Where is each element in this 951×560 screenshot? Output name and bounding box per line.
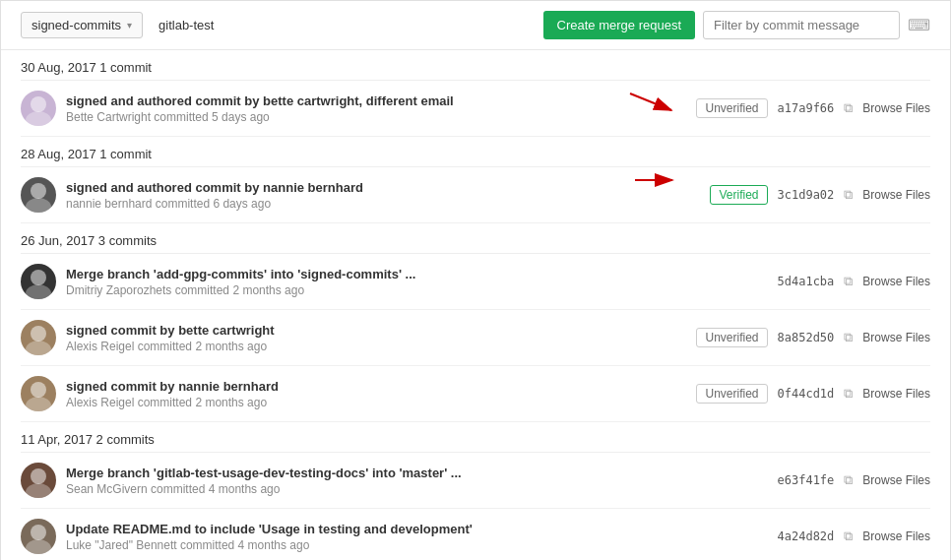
copy-hash-icon[interactable]: ⧉	[844, 386, 853, 402]
chevron-down-icon: ▾	[127, 20, 132, 31]
commit-actions: Verified3c1d9a02⧉Browse Files	[710, 185, 930, 205]
filter-input[interactable]	[703, 11, 900, 39]
commit-row: signed commit by nannie bernhardAlexis R…	[21, 366, 930, 422]
commit-hash: 0f44cd1d	[778, 387, 835, 401]
browse-files-link[interactable]: Browse Files	[862, 387, 930, 401]
avatar	[21, 264, 56, 299]
commit-info: Merge branch 'gitlab-test-usage-dev-test…	[66, 466, 768, 496]
commit-subtitle: nannie bernhard committed 6 days ago	[66, 197, 700, 211]
copy-hash-icon[interactable]: ⧉	[844, 472, 853, 488]
commit-info: signed commit by bette cartwrightAlexis …	[66, 323, 686, 353]
svg-point-8	[31, 382, 46, 398]
commit-info: Merge branch 'add-gpg-commits' into 'sig…	[66, 267, 768, 297]
commit-subtitle: Sean McGivern committed 4 months ago	[66, 482, 768, 496]
commit-title[interactable]: Update README.md to include 'Usage in te…	[66, 522, 768, 536]
avatar	[21, 463, 56, 498]
copy-hash-icon[interactable]: ⧉	[844, 330, 853, 345]
svg-point-6	[31, 326, 46, 342]
copy-hash-icon[interactable]: ⧉	[844, 274, 853, 289]
unverified-badge[interactable]: Unverified	[696, 328, 767, 347]
copy-hash-icon[interactable]: ⧉	[844, 187, 853, 203]
svg-point-7	[26, 341, 51, 355]
avatar	[21, 91, 56, 126]
browse-files-link[interactable]: Browse Files	[862, 275, 930, 288]
date-group-header: 28 Aug, 2017 1 commit	[21, 137, 930, 167]
svg-point-13	[26, 539, 51, 554]
browse-files-link[interactable]: Browse Files	[862, 529, 930, 543]
svg-point-9	[26, 397, 51, 411]
commit-hash: 5d4a1cba	[778, 275, 835, 288]
commit-subtitle: Bette Cartwright committed 5 days ago	[66, 110, 686, 124]
commit-actions: Unverified0f44cd1d⧉Browse Files	[696, 384, 930, 404]
commit-hash: 4a24d82d	[778, 529, 835, 543]
unverified-badge[interactable]: Unverified	[696, 98, 767, 118]
svg-point-12	[31, 525, 46, 540]
commit-actions: 4a24d82d⧉Browse Files	[778, 529, 930, 544]
avatar	[21, 177, 56, 213]
svg-point-2	[31, 183, 46, 199]
commit-info: Update README.md to include 'Usage in te…	[66, 522, 768, 552]
main-content: 30 Aug, 2017 1 commitsigned and authored…	[1, 50, 950, 560]
browse-files-link[interactable]: Browse Files	[862, 101, 930, 115]
commit-row: signed commit by bette cartwrightAlexis …	[21, 310, 930, 366]
toolbar: signed-commits ▾ gitlab-test Create merg…	[1, 1, 950, 50]
commit-subtitle: Dmitriy Zaporozhets committed 2 months a…	[66, 283, 768, 297]
branch-selector[interactable]: signed-commits ▾	[21, 12, 143, 38]
commit-actions: Unverifieda17a9f66⧉Browse Files	[696, 98, 930, 118]
commit-info: signed and authored commit by nannie ber…	[66, 180, 700, 211]
commit-actions: 5d4a1cba⧉Browse Files	[778, 274, 930, 289]
svg-point-1	[26, 111, 51, 126]
svg-point-4	[31, 270, 46, 285]
rss-icon[interactable]: ⌨	[908, 16, 930, 34]
commit-row: Merge branch 'add-gpg-commits' into 'sig…	[21, 254, 930, 310]
repo-name: gitlab-test	[151, 13, 222, 37]
commit-subtitle: Luke "Jared" Bennett committed 4 months …	[66, 538, 768, 552]
commit-hash: 8a852d50	[778, 331, 835, 344]
commit-info: signed commit by nannie bernhardAlexis R…	[66, 379, 686, 409]
unverified-badge[interactable]: Unverified	[696, 384, 767, 404]
date-group-header: 26 Jun, 2017 3 commits	[21, 223, 930, 254]
svg-point-10	[31, 468, 46, 484]
commit-actions: e63f41fe⧉Browse Files	[778, 472, 930, 488]
commit-subtitle: Alexis Reigel committed 2 months ago	[66, 340, 686, 353]
avatar	[21, 320, 56, 355]
browse-files-link[interactable]: Browse Files	[862, 473, 930, 487]
browse-files-link[interactable]: Browse Files	[862, 331, 930, 344]
commit-subtitle: Alexis Reigel committed 2 months ago	[66, 396, 686, 409]
commit-groups: 30 Aug, 2017 1 commitsigned and authored…	[21, 50, 930, 560]
browse-files-link[interactable]: Browse Files	[862, 188, 930, 202]
avatar	[21, 376, 56, 411]
commit-row: signed and authored commit by bette cart…	[21, 81, 930, 137]
commit-title[interactable]: Merge branch 'add-gpg-commits' into 'sig…	[66, 267, 768, 281]
commit-title[interactable]: signed commit by bette cartwright	[66, 323, 686, 338]
verified-badge[interactable]: Verified	[710, 185, 767, 205]
commit-hash: 3c1d9a02	[778, 188, 835, 202]
date-group-header: 30 Aug, 2017 1 commit	[21, 50, 930, 81]
commit-title[interactable]: signed and authored commit by nannie ber…	[66, 180, 700, 195]
copy-hash-icon[interactable]: ⧉	[844, 529, 853, 544]
svg-point-3	[26, 198, 51, 213]
svg-point-11	[26, 483, 51, 498]
copy-hash-icon[interactable]: ⧉	[844, 100, 853, 116]
commit-title[interactable]: signed and authored commit by bette cart…	[66, 93, 686, 108]
branch-name: signed-commits	[32, 18, 121, 32]
commit-row: signed and authored commit by nannie ber…	[21, 167, 930, 223]
commit-row: Merge branch 'gitlab-test-usage-dev-test…	[21, 453, 930, 509]
svg-point-5	[26, 284, 51, 299]
commit-title[interactable]: signed commit by nannie bernhard	[66, 379, 686, 394]
page-wrapper: signed-commits ▾ gitlab-test Create merg…	[0, 0, 951, 560]
commit-info: signed and authored commit by bette cart…	[66, 93, 686, 124]
commit-hash: e63f41fe	[778, 473, 835, 487]
date-group-header: 11 Apr, 2017 2 commits	[21, 422, 930, 453]
create-merge-request-button[interactable]: Create merge request	[543, 11, 695, 39]
commit-title[interactable]: Merge branch 'gitlab-test-usage-dev-test…	[66, 466, 768, 480]
avatar	[21, 519, 56, 554]
commit-hash: a17a9f66	[778, 101, 835, 115]
svg-point-0	[31, 96, 46, 112]
commit-actions: Unverified8a852d50⧉Browse Files	[696, 328, 930, 347]
commit-row: Update README.md to include 'Usage in te…	[21, 509, 930, 560]
